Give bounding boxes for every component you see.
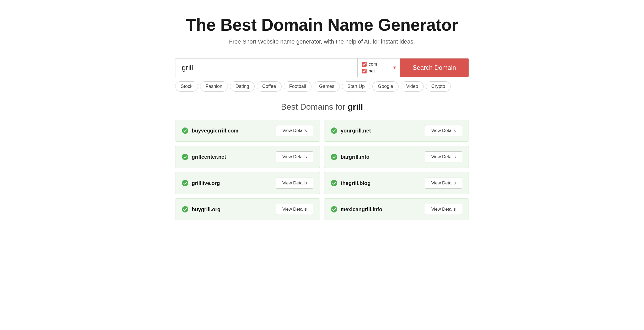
view-details-button[interactable]: View Details bbox=[425, 151, 462, 162]
svg-point-7 bbox=[331, 206, 337, 212]
category-tag-football[interactable]: Football bbox=[284, 81, 312, 92]
domain-card: bargrill.info View Details bbox=[324, 146, 469, 168]
tld-label-net: net bbox=[369, 68, 375, 74]
available-icon bbox=[331, 127, 337, 134]
svg-point-1 bbox=[331, 127, 337, 134]
svg-point-4 bbox=[182, 180, 188, 186]
domain-card: grillcenter.net View Details bbox=[175, 146, 320, 168]
category-tag-video[interactable]: Video bbox=[401, 81, 424, 92]
category-tag-fashion[interactable]: Fashion bbox=[200, 81, 228, 92]
domain-info: grillcenter.net bbox=[182, 153, 226, 160]
category-tag-start-up[interactable]: Start Up bbox=[342, 81, 370, 92]
domain-info: bargrill.info bbox=[331, 153, 369, 160]
available-icon bbox=[182, 206, 189, 213]
tld-label-com: com bbox=[369, 62, 377, 67]
tld-checkbox-com[interactable] bbox=[362, 62, 367, 67]
domain-name: yourgrill.net bbox=[341, 128, 371, 134]
domain-info: buygrill.org bbox=[182, 206, 221, 213]
domain-name: bargrill.info bbox=[341, 154, 369, 160]
svg-point-2 bbox=[182, 154, 188, 160]
available-icon bbox=[331, 206, 337, 213]
domain-name: buygrill.org bbox=[192, 206, 221, 212]
page-subtitle: Free Short Website name generator, with … bbox=[175, 38, 469, 45]
domain-card: thegrill.blog View Details bbox=[324, 172, 469, 194]
results-keyword: grill bbox=[348, 102, 363, 111]
view-details-button[interactable]: View Details bbox=[276, 178, 313, 189]
domain-card: buyveggiегrill.com View Details bbox=[175, 120, 320, 142]
category-tag-stock[interactable]: Stock bbox=[175, 81, 198, 92]
domain-card: grilllive.org View Details bbox=[175, 172, 320, 194]
tld-checkbox-net[interactable] bbox=[362, 69, 367, 73]
domain-name: mexicangrill.info bbox=[341, 206, 382, 212]
search-bar: com net ▼ Search Domain bbox=[175, 58, 469, 77]
search-section: com net ▼ Search Domain StockFashionDati… bbox=[175, 58, 469, 92]
results-heading: Best Domains for grill bbox=[175, 102, 469, 112]
svg-point-5 bbox=[331, 180, 337, 186]
category-tag-google[interactable]: Google bbox=[372, 81, 399, 92]
domain-name: buyveggiегrill.com bbox=[192, 128, 238, 134]
category-tag-dating[interactable]: Dating bbox=[230, 81, 255, 92]
tld-option-com[interactable]: com bbox=[362, 62, 385, 67]
domain-name: grillcenter.net bbox=[192, 154, 226, 160]
domain-info: buyveggiегrill.com bbox=[182, 127, 238, 134]
domain-name: thegrill.blog bbox=[341, 180, 371, 186]
category-tag-crypto[interactable]: Crypto bbox=[426, 81, 451, 92]
category-tags: StockFashionDatingCoffeeFootballGamesSta… bbox=[175, 81, 469, 92]
domain-card: mexicangrill.info View Details bbox=[324, 198, 469, 220]
search-input[interactable] bbox=[175, 58, 357, 77]
domain-info: thegrill.blog bbox=[331, 180, 371, 187]
view-details-button[interactable]: View Details bbox=[276, 125, 313, 136]
domain-card: yourgrill.net View Details bbox=[324, 120, 469, 142]
view-details-button[interactable]: View Details bbox=[425, 204, 462, 215]
search-domain-button[interactable]: Search Domain bbox=[400, 58, 469, 77]
domain-name: grilllive.org bbox=[192, 180, 220, 186]
tld-selector: com net bbox=[357, 58, 389, 77]
domain-info: yourgrill.net bbox=[331, 127, 371, 134]
results-section: Best Domains for grill buyveggiегrill.co… bbox=[175, 102, 469, 220]
view-details-button[interactable]: View Details bbox=[425, 125, 462, 136]
view-details-button[interactable]: View Details bbox=[425, 178, 462, 189]
domain-card: buygrill.org View Details bbox=[175, 198, 320, 220]
view-details-button[interactable]: View Details bbox=[276, 204, 313, 215]
tld-option-net[interactable]: net bbox=[362, 68, 385, 74]
available-icon bbox=[331, 153, 337, 160]
available-icon bbox=[182, 127, 189, 134]
category-tag-games[interactable]: Games bbox=[314, 81, 340, 92]
view-details-button[interactable]: View Details bbox=[276, 151, 313, 162]
svg-point-6 bbox=[182, 206, 188, 212]
page-title: The Best Domain Name Generator bbox=[175, 16, 469, 34]
results-grid: buyveggiегrill.com View Details yourgril… bbox=[175, 120, 469, 220]
available-icon bbox=[182, 153, 189, 160]
domain-info: mexicangrill.info bbox=[331, 206, 382, 213]
available-icon bbox=[331, 180, 337, 187]
svg-point-0 bbox=[182, 127, 188, 134]
category-tag-coffee[interactable]: Coffee bbox=[257, 81, 282, 92]
tld-dropdown-arrow[interactable]: ▼ bbox=[389, 58, 400, 77]
svg-point-3 bbox=[331, 154, 337, 160]
available-icon bbox=[182, 180, 189, 187]
domain-info: grilllive.org bbox=[182, 180, 220, 187]
results-heading-prefix: Best Domains for bbox=[281, 102, 348, 111]
page-header: The Best Domain Name Generator Free Shor… bbox=[175, 16, 469, 45]
